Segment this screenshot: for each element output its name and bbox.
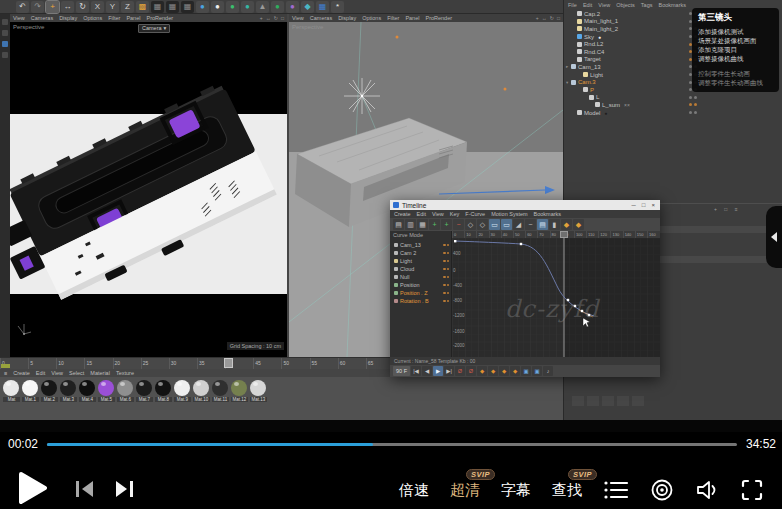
c4d-tool-icon[interactable]: Y [106, 1, 119, 13]
material-thumbnail[interactable]: Mat.11 [212, 380, 229, 402]
fcurve-frame-ruler[interactable]: 0102030405060708090100110120130140150160 [452, 231, 660, 238]
transport-button[interactable]: 90 F [393, 366, 410, 376]
material-menu-item[interactable]: View [51, 370, 63, 376]
c4d-tool-icon[interactable]: ▦ [316, 1, 329, 13]
viewport-menu-item[interactable]: View [292, 15, 304, 21]
object-manager-menu-item[interactable]: Edit [583, 2, 592, 8]
track-toggles[interactable] [443, 268, 451, 271]
timeline-window[interactable]: Timeline ─ □ × CreateEditViewKeyF-CurveM… [390, 200, 660, 377]
timeline-track-row[interactable]: Position . Z [390, 289, 451, 297]
object-row[interactable]: Cap.2 [564, 10, 702, 18]
timeline-tool-icon[interactable]: ▦ [417, 219, 428, 230]
view-control-icon[interactable]: ↔ [266, 15, 271, 21]
object-name[interactable]: Main_light_1 [584, 18, 618, 24]
visibility-dot[interactable] [689, 103, 692, 106]
c4d-tool-icon[interactable]: ▦ [166, 1, 179, 13]
object-row[interactable]: Rnd.C4 [564, 48, 702, 56]
timeline-track-row[interactable]: Light [390, 257, 451, 265]
object-name[interactable]: L [596, 94, 599, 100]
material-thumbnail[interactable]: Mat.12 [231, 380, 248, 402]
viewport-menu-item[interactable]: View [13, 15, 25, 21]
material-thumbnail[interactable]: Mat.6 [117, 380, 134, 402]
object-row[interactable]: L_sum ×× [564, 101, 702, 109]
timeline-track-row[interactable]: Null [390, 273, 451, 281]
material-thumbnail[interactable]: Mat.5 [98, 380, 115, 402]
track-toggles[interactable] [443, 284, 451, 287]
timeline-track-row[interactable]: Rotation . B [390, 297, 451, 305]
object-row[interactable]: Sky ● [564, 33, 702, 41]
view-control-icon[interactable]: ↔ [542, 15, 547, 21]
track-name[interactable]: Cam 2 [400, 250, 416, 256]
material-menu-item[interactable]: Edit [36, 370, 45, 376]
track-name[interactable]: Cam_13 [400, 242, 421, 248]
playback-speed-button[interactable]: 倍速 [399, 481, 429, 500]
side-drawer-toggle[interactable] [766, 206, 782, 268]
track-toggles[interactable] [443, 300, 451, 303]
material-thumbnail[interactable]: Mat.9 [174, 380, 191, 402]
fullscreen-button[interactable] [741, 479, 763, 501]
transport-button[interactable]: ♪ [543, 366, 553, 376]
mode-icon[interactable] [2, 30, 8, 36]
frame-playhead-marker[interactable] [224, 358, 233, 368]
visibility-dot[interactable] [694, 111, 697, 114]
object-name[interactable]: Cap.2 [584, 11, 600, 17]
object-row[interactable]: Rnd.L2 [564, 40, 702, 48]
previous-button[interactable] [74, 479, 95, 503]
transport-button[interactable]: ◆ [499, 366, 509, 376]
object-name[interactable]: Cam.3 [578, 79, 596, 85]
object-manager-menu-item[interactable]: Objects [616, 2, 635, 8]
camera-badge[interactable]: Camera ▾ [138, 24, 170, 33]
timeline-tool-icon[interactable]: + [441, 219, 452, 230]
visibility-dots[interactable] [689, 103, 702, 106]
track-name[interactable]: Light [400, 258, 412, 264]
viewport-menu-item[interactable]: Panel [126, 15, 140, 21]
quality-button[interactable]: 超清 [450, 481, 480, 498]
timeline-tool-icon[interactable]: ▤ [537, 219, 548, 230]
timeline-menu-item[interactable]: Key [450, 211, 459, 217]
object-row[interactable]: Main_light_1 [564, 18, 702, 26]
object-tag-icon[interactable]: ● [598, 34, 601, 40]
viewport-menu-item[interactable]: ProRender [146, 15, 173, 21]
viewport-menu-item[interactable]: Filter [108, 15, 120, 21]
timeline-menu-item[interactable]: Motion System [491, 211, 527, 217]
find-button[interactable]: 查找 [552, 481, 582, 498]
material-thumbnail[interactable]: Mat.4 [79, 380, 96, 402]
playlist-button[interactable] [603, 480, 629, 500]
maximize-button[interactable]: □ [642, 202, 646, 208]
object-name[interactable]: Rnd.C4 [584, 49, 604, 55]
object-name[interactable]: Target [584, 56, 601, 62]
material-menu-item[interactable]: Select [69, 370, 84, 376]
material-menu-item[interactable]: Texture [116, 370, 134, 376]
track-name[interactable]: Rotation . B [400, 298, 429, 304]
visibility-dot[interactable] [689, 96, 692, 99]
transport-button[interactable]: ◆ [477, 366, 487, 376]
track-toggles[interactable] [443, 244, 451, 247]
material-thumbnail[interactable]: Mat.2 [41, 380, 58, 402]
c4d-tool-icon[interactable]: ▲ [256, 1, 269, 13]
transport-button[interactable]: ◀ [422, 366, 432, 376]
timeline-track-row[interactable]: Cam 2 [390, 249, 451, 257]
viewport-menu-item[interactable]: Cameras [310, 15, 332, 21]
object-name[interactable]: L_sum [602, 102, 620, 108]
viewport-menu-item[interactable]: Options [83, 15, 102, 21]
c4d-tool-icon[interactable]: ↶ [16, 1, 29, 13]
c4d-tool-icon[interactable]: ▦ [151, 1, 164, 13]
close-button[interactable]: × [651, 202, 655, 208]
track-toggles[interactable] [443, 292, 451, 295]
timeline-tool-icon[interactable]: ▭ [489, 219, 500, 230]
timeline-tool-icon[interactable]: + [429, 219, 440, 230]
object-name[interactable]: Model [584, 110, 600, 116]
viewport-menu-item[interactable]: Panel [405, 15, 419, 21]
timeline-track-row[interactable]: Cam_13 [390, 241, 451, 249]
c4d-tool-icon[interactable]: ● [241, 1, 254, 13]
object-name[interactable]: P [590, 87, 594, 93]
track-toggles[interactable] [443, 276, 451, 279]
object-tag-icon[interactable]: ● [604, 110, 607, 116]
c4d-tool-icon[interactable]: ● [271, 1, 284, 13]
transport-button[interactable]: Ø [466, 366, 476, 376]
minimize-button[interactable]: ─ [632, 202, 636, 208]
c4d-tool-icon[interactable]: ▦ [181, 1, 194, 13]
track-name[interactable]: Null [400, 274, 409, 280]
timeline-tool-icon[interactable]: ◆ [561, 219, 572, 230]
object-tag-icon[interactable]: ×× [624, 102, 630, 108]
